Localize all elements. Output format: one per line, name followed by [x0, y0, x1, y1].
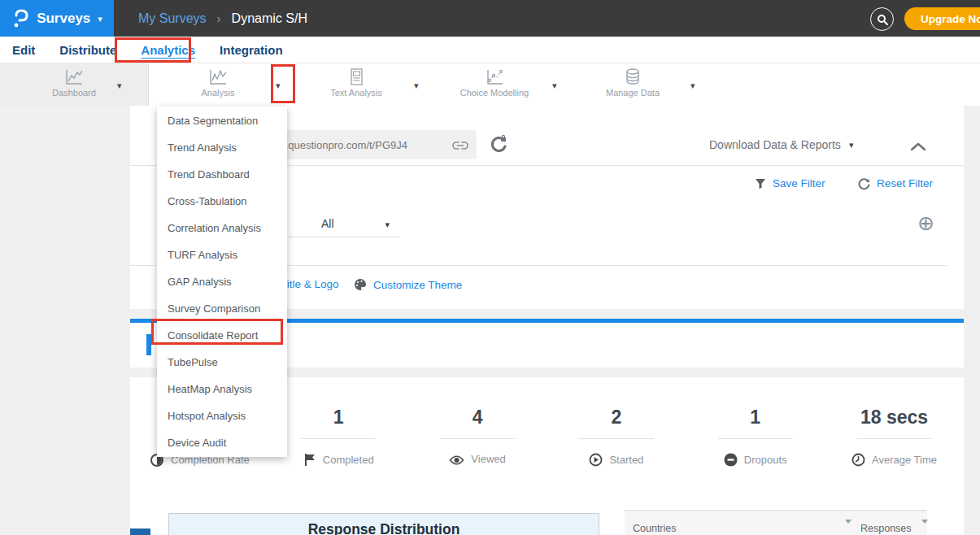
reset-filter-label: Reset Filter	[877, 177, 933, 189]
menu-item-data-segmentation[interactable]: Data Segmentation	[157, 107, 287, 134]
section-accent-bar	[146, 334, 151, 355]
choice-modelling-icon	[425, 67, 564, 87]
menu-item-gap-analysis[interactable]: GAP Analysis	[157, 268, 287, 295]
nav-item-analytics[interactable]: Analytics	[141, 43, 195, 57]
filter-select-value: All	[321, 217, 334, 230]
product-name: Surveys	[37, 11, 90, 27]
customize-theme-label: Customize Theme	[373, 279, 462, 291]
menu-item-trend-dashboard[interactable]: Trend Dashboard	[157, 161, 287, 188]
product-switcher[interactable]: Surveys ▾	[0, 0, 114, 37]
sort-countries-icon[interactable]	[838, 524, 846, 533]
stat-value: 1	[269, 407, 408, 433]
menu-item-trend-analysis[interactable]: Trend Analysis	[157, 134, 287, 161]
sort-responses-icon[interactable]	[915, 524, 922, 533]
menu-item-device-audit[interactable]: Device Audit	[157, 429, 287, 456]
stat-dropouts: 1 Dropouts	[686, 407, 825, 468]
dashboard-chart-icon	[0, 67, 148, 87]
palette-icon	[354, 278, 367, 291]
collapse-chevron-up-icon[interactable]	[909, 138, 927, 153]
dashboard-caret-icon[interactable]: ▾	[117, 80, 122, 91]
text-analysis-caret-icon[interactable]: ▾	[414, 80, 419, 91]
save-filter-button[interactable]: Save Filter	[755, 177, 825, 189]
download-data-reports-label: Download Data & Reports	[709, 138, 841, 151]
customize-theme-link[interactable]: Customize Theme	[354, 278, 462, 291]
stat-viewed: 4 Viewed	[408, 407, 547, 468]
menu-item-turf-analysis[interactable]: TURF Analysis	[157, 241, 287, 268]
stat-value: 18 secs	[825, 407, 964, 433]
response-distribution-title: Response Distribution	[308, 521, 460, 535]
stat-started: 2 Started	[547, 407, 686, 468]
toolbar-text-analysis[interactable]: Text Analysis ▾	[287, 63, 425, 106]
stat-value: 2	[547, 407, 686, 433]
countries-table-header: Countries Responses	[625, 510, 927, 535]
globe-lock-icon[interactable]	[490, 135, 508, 154]
toolbar-manage-data[interactable]: Manage Data ▾	[564, 63, 702, 106]
divider	[718, 438, 793, 439]
flag-icon	[303, 453, 316, 467]
menu-item-survey-comparison[interactable]: Survey Comparison	[157, 295, 287, 322]
divider	[301, 438, 376, 439]
eye-icon	[449, 453, 464, 466]
download-caret-icon: ▾	[849, 140, 854, 150]
stat-value: 4	[408, 407, 547, 433]
manage-data-database-icon	[564, 67, 702, 87]
toolbar-dashboard[interactable]: Dashboard ▾	[0, 63, 149, 106]
survey-url-field[interactable]: w.questionpro.com/t/PG9J4	[268, 130, 477, 159]
analysis-chart-icon	[149, 67, 287, 87]
stat-value: 1	[686, 407, 825, 433]
questionpro-logo-icon	[11, 8, 29, 29]
stat-average-time: 18 secs Average Time	[825, 407, 964, 468]
reset-filter-button[interactable]: Reset Filter	[858, 177, 933, 190]
upgrade-now-button[interactable]: Upgrade Now	[904, 7, 980, 30]
stat-label: Dropouts	[744, 454, 787, 466]
toolbar-analysis[interactable]: Analysis ▾	[149, 63, 287, 106]
choice-modelling-caret-icon[interactable]: ▾	[552, 80, 557, 91]
text-analysis-icon	[287, 67, 425, 87]
countries-column-header[interactable]: Countries	[633, 523, 677, 534]
chevron-down-icon: ▾	[98, 14, 102, 24]
toolbar-choice-modelling[interactable]: Choice Modelling ▾	[425, 63, 564, 106]
toolbar-text-analysis-label: Text Analysis	[287, 88, 425, 98]
breadcrumb-survey-name: Dynamic S/H	[232, 11, 307, 26]
nav-item-integration[interactable]: Integration	[220, 43, 283, 57]
questionpro-analytics-screen: Surveys ▾ My Surveys › Dynamic S/H Upgra…	[0, 0, 980, 535]
response-distribution-panel: Response Distribution	[168, 513, 599, 535]
download-data-reports-menu[interactable]: Download Data & Reports ▾	[709, 138, 853, 151]
select-caret-icon: ▾	[385, 220, 390, 230]
nav-item-edit[interactable]: Edit	[12, 43, 35, 57]
filter-select[interactable]: All ▾	[289, 215, 399, 237]
divider	[440, 438, 515, 439]
add-filter-plus-icon[interactable]: ⊕	[917, 213, 934, 233]
search-button[interactable]	[870, 7, 894, 31]
stat-label: Completed	[323, 454, 374, 466]
toolbar-dashboard-label: Dashboard	[0, 88, 148, 98]
toolbar-analysis-label: Analysis	[149, 88, 287, 98]
manage-data-caret-icon[interactable]: ▾	[690, 80, 695, 91]
divider	[579, 438, 654, 439]
breadcrumb-my-surveys[interactable]: My Surveys	[138, 11, 207, 26]
menu-item-consolidate-report[interactable]: Consolidate Report	[157, 322, 287, 349]
link-icon[interactable]	[452, 139, 468, 151]
menu-item-correlation-analysis[interactable]: Correlation Analysis	[157, 215, 287, 241]
menu-item-hotspot-analysis[interactable]: Hotspot Analysis	[157, 402, 287, 429]
breadcrumb-separator-icon: ›	[217, 11, 221, 25]
title-logo-link[interactable]: Title & Logo	[281, 278, 339, 290]
toolbar-choice-modelling-label: Choice Modelling	[425, 88, 564, 98]
analysis-dropdown-menu: Data Segmentation Trend Analysis Trend D…	[157, 107, 287, 457]
nav-item-distribute[interactable]: Distribute	[59, 43, 116, 57]
minus-circle-icon	[724, 453, 738, 467]
responses-column-header[interactable]: Responses	[860, 523, 912, 534]
analytics-toolbar: Dashboard ▾ Analysis ▾	[0, 63, 980, 106]
survey-url-text: w.questionpro.com/t/PG9J4	[278, 139, 452, 151]
menu-item-heatmap-analysis[interactable]: HeatMap Analysis	[157, 376, 287, 402]
menu-item-tubepulse[interactable]: TubePulse	[157, 349, 287, 376]
divider	[857, 438, 932, 439]
stat-completed: 1 Completed	[269, 407, 408, 468]
save-filter-label: Save Filter	[773, 177, 825, 189]
analysis-caret-icon[interactable]: ▾	[276, 80, 281, 91]
menu-item-cross-tabulation[interactable]: Cross-Tabulation	[157, 188, 287, 215]
clock-icon	[852, 453, 865, 467]
stat-label: Average Time	[872, 454, 937, 466]
top-bar: Surveys ▾ My Surveys › Dynamic S/H Upgra…	[0, 0, 980, 37]
play-circle-icon	[589, 453, 603, 467]
